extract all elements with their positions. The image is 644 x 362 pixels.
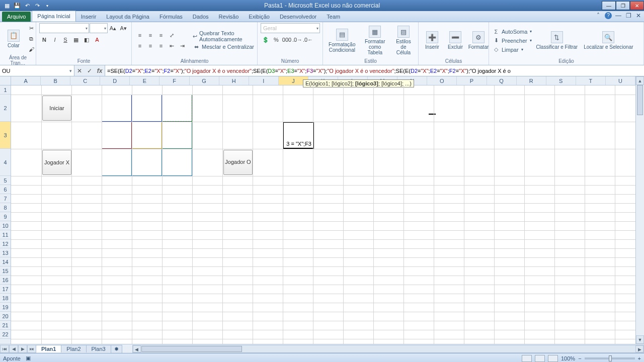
col-header-A[interactable]: A — [11, 76, 41, 85]
copy-icon[interactable]: ⧉ — [26, 34, 36, 44]
col-header-D[interactable]: D — [100, 76, 130, 85]
minimize-ribbon-icon[interactable]: ˄ — [595, 12, 602, 19]
border-icon[interactable]: ▦ — [71, 35, 81, 45]
find-select-button[interactable]: 🔍Localizar e Selecionar — [582, 30, 635, 51]
font-size-combo[interactable] — [90, 23, 108, 33]
view-page-break-icon[interactable] — [548, 355, 558, 362]
tab-developer[interactable]: Desenvolvedor — [275, 12, 321, 22]
zoom-out-icon[interactable]: − — [578, 355, 581, 361]
scroll-left-icon[interactable]: ◀ — [133, 345, 141, 352]
maximize-button[interactable]: ❐ — [616, 1, 630, 10]
scroll-up-icon[interactable]: ▲ — [636, 76, 644, 85]
row-header-10[interactable]: 10 — [0, 221, 11, 230]
active-edit-cell[interactable]: 3 = "X";F3 — [283, 122, 314, 149]
workbook-restore-icon[interactable]: ❐ — [625, 12, 632, 19]
bold-icon[interactable]: N — [39, 35, 49, 45]
col-header-O[interactable]: O — [427, 76, 457, 85]
jogador-o-button[interactable]: Jogador O — [223, 150, 253, 175]
cells-area[interactable]: Iniciar Jogador X Jogador O 3 = "X";F3 E… — [11, 85, 635, 344]
thousands-icon[interactable]: 000 — [282, 35, 292, 45]
row-header-15[interactable]: 15 — [0, 266, 11, 276]
clear-button[interactable]: ◇Limpar▾ — [492, 46, 532, 54]
row-header-11[interactable]: 11 — [0, 230, 11, 239]
row-header-12[interactable]: 12 — [0, 239, 11, 248]
help-icon[interactable]: ? — [605, 12, 612, 19]
row-header-18[interactable]: 18 — [0, 294, 11, 303]
shrink-font-icon[interactable]: A▾ — [118, 23, 128, 33]
row-header-2[interactable]: 2 — [0, 95, 11, 122]
row-header-7[interactable]: 7 — [0, 194, 11, 203]
col-header-R[interactable]: R — [517, 76, 546, 85]
orientation-icon[interactable]: ⤢ — [167, 30, 177, 40]
conditional-formatting-button[interactable]: ▤Formatação Condicional — [326, 28, 358, 54]
row-header-8[interactable]: 8 — [0, 203, 11, 212]
align-center-icon[interactable]: ≡ — [145, 41, 155, 51]
paste-button[interactable]: 📋Colar — [3, 29, 24, 49]
row-header-21[interactable]: 21 — [0, 321, 11, 330]
sheet-tab-1[interactable]: Plan1 — [36, 345, 61, 352]
sheet-nav-first-icon[interactable]: ⏮ — [0, 345, 9, 353]
font-name-combo[interactable] — [39, 23, 89, 33]
row-header-5[interactable]: 5 — [0, 176, 11, 185]
autosum-button[interactable]: ΣAutoSoma▾ — [492, 28, 532, 36]
delete-cells-button[interactable]: ➖Excluir — [445, 30, 466, 51]
insert-cells-button[interactable]: ➕Inserir — [422, 30, 443, 51]
qat-customize-icon[interactable]: ▾ — [43, 2, 51, 10]
horizontal-scrollbar[interactable]: ◀ ▶ — [132, 345, 644, 353]
underline-icon[interactable]: S — [60, 35, 70, 45]
percent-icon[interactable]: % — [271, 35, 281, 45]
iniciar-button[interactable]: Iniciar — [42, 96, 71, 121]
indent-decrease-icon[interactable]: ⇤ — [167, 41, 177, 51]
select-all-corner[interactable] — [0, 76, 11, 85]
col-header-C[interactable]: C — [70, 76, 100, 85]
macro-record-icon[interactable]: ▣ — [26, 355, 31, 361]
number-format-combo[interactable]: Geral — [261, 23, 320, 33]
fill-color-icon[interactable]: ◧ — [82, 35, 92, 45]
formula-input[interactable]: =SE(E(D2 = "X";E2 = "X";F2 = "X");"O jog… — [105, 65, 644, 76]
col-header-Q[interactable]: Q — [487, 76, 517, 85]
merge-center-button[interactable]: ⬌Mesclar e Centralizar — [192, 43, 254, 51]
col-header-I[interactable]: I — [249, 76, 279, 85]
row-header-9[interactable]: 9 — [0, 212, 11, 221]
grow-font-icon[interactable]: A▴ — [108, 23, 118, 33]
workbook-minimize-icon[interactable]: — — [615, 12, 622, 19]
row-header-20[interactable]: 20 — [0, 312, 11, 321]
dec-decimal-icon[interactable]: .0← — [303, 35, 313, 45]
col-header-S[interactable]: S — [546, 76, 576, 85]
row-header-6[interactable]: 6 — [0, 185, 11, 194]
col-header-G[interactable]: G — [190, 76, 219, 85]
scroll-right-icon[interactable]: ▶ — [635, 345, 643, 352]
row-header-13[interactable]: 13 — [0, 248, 11, 257]
col-header-B[interactable]: B — [41, 76, 70, 85]
format-as-table-button[interactable]: ▦Formatar como Tabela — [360, 25, 390, 56]
tab-layout[interactable]: Layout da Página — [101, 12, 154, 22]
file-tab[interactable]: Arquivo — [2, 12, 31, 22]
sheet-nav-last-icon[interactable]: ⏭ — [27, 345, 36, 353]
fx-icon[interactable]: fx — [95, 67, 105, 74]
row-header-3[interactable]: 3 — [0, 122, 11, 149]
tab-insert[interactable]: Inserir — [76, 12, 102, 22]
enter-edit-icon[interactable]: ✓ — [85, 67, 95, 74]
row-headers[interactable]: 12345678910111213141516171819202122 — [0, 85, 11, 344]
align-left-icon[interactable]: ≡ — [135, 41, 145, 51]
align-top-icon[interactable]: ≡ — [135, 30, 145, 40]
cell-styles-button[interactable]: ▨Estilos de Célula — [392, 25, 415, 56]
view-page-layout-icon[interactable] — [535, 355, 545, 362]
italic-icon[interactable]: I — [50, 35, 60, 45]
currency-icon[interactable]: 💲 — [261, 35, 271, 45]
scroll-down-icon[interactable]: ▼ — [636, 335, 644, 344]
align-middle-icon[interactable]: ≡ — [145, 30, 155, 40]
row-header-16[interactable]: 16 — [0, 276, 11, 285]
jogador-x-button[interactable]: Jogador X — [42, 150, 71, 175]
row-header-4[interactable]: 4 — [0, 149, 11, 176]
view-normal-icon[interactable] — [522, 355, 532, 362]
vscroll-thumb[interactable] — [637, 85, 643, 115]
sheet-tab-3[interactable]: Plan3 — [86, 345, 111, 352]
row-header-1[interactable]: 1 — [0, 85, 11, 95]
sheet-tab-2[interactable]: Plan2 — [61, 345, 86, 352]
col-header-T[interactable]: T — [576, 76, 606, 85]
redo-icon[interactable]: ↷ — [33, 2, 41, 10]
fill-button[interactable]: ⬇Preencher▾ — [492, 37, 532, 45]
inc-decimal-icon[interactable]: .0→ — [292, 35, 302, 45]
col-header-U[interactable]: U — [606, 76, 635, 85]
